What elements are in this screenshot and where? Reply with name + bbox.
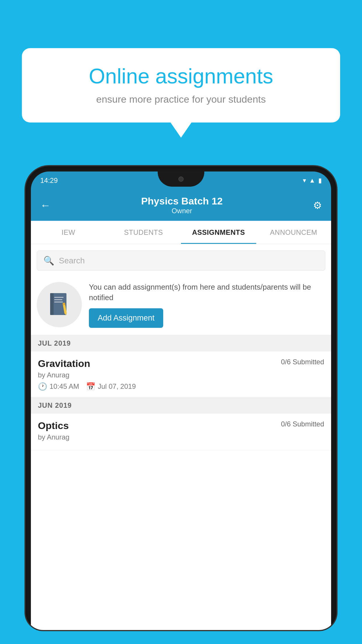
tab-students[interactable]: STUDENTS bbox=[106, 221, 181, 244]
search-icon: 🔍 bbox=[43, 256, 54, 266]
assignment-meta-gravitation: 🕐 10:45 AM 📅 Jul 07, 2019 bbox=[38, 382, 324, 391]
svg-rect-3 bbox=[54, 299, 62, 300]
settings-button[interactable]: ⚙ bbox=[313, 200, 322, 211]
add-assignment-promo: You can add assignment(s) from here and … bbox=[31, 276, 331, 335]
phone-notch bbox=[158, 172, 204, 187]
speech-bubble-card: Online assignments ensure more practice … bbox=[22, 48, 340, 123]
tab-announcements[interactable]: ANNOUNCEM bbox=[256, 221, 331, 244]
assignment-time-text: 10:45 AM bbox=[50, 382, 79, 391]
promo-text-area: You can add assignment(s) from here and … bbox=[89, 282, 325, 328]
phone-outer: 14:29 ▾ ▲ ▮ ← Physics Batch 12 Owner ⚙ I… bbox=[26, 166, 336, 630]
section-header-jul: JUL 2019 bbox=[31, 335, 331, 351]
assignment-row1: Gravitation 0/6 Submitted bbox=[38, 358, 324, 369]
assignment-by-optics: by Anurag bbox=[38, 433, 324, 441]
assignment-item-gravitation[interactable]: Gravitation 0/6 Submitted by Anurag 🕐 10… bbox=[31, 351, 331, 397]
section-header-jun: JUN 2019 bbox=[31, 397, 331, 414]
search-bar[interactable]: 🔍 Search bbox=[37, 251, 325, 271]
tab-assignments[interactable]: ASSIGNMENTS bbox=[181, 221, 256, 244]
promo-text: You can add assignment(s) from here and … bbox=[89, 282, 325, 303]
status-bar: 14:29 ▾ ▲ ▮ bbox=[31, 172, 331, 190]
assignment-by-gravitation: by Anurag bbox=[38, 371, 324, 379]
battery-icon: ▮ bbox=[318, 177, 322, 184]
notebook-svg bbox=[48, 292, 71, 318]
assignment-submitted-gravitation: 0/6 Submitted bbox=[281, 358, 324, 366]
header-center: Physics Batch 12 Owner bbox=[141, 195, 223, 215]
status-icons: ▾ ▲ ▮ bbox=[303, 177, 322, 184]
wifi-icon: ▾ bbox=[303, 177, 306, 184]
svg-rect-4 bbox=[54, 302, 63, 302]
signal-icon: ▲ bbox=[309, 177, 315, 184]
header-title: Physics Batch 12 bbox=[141, 195, 223, 207]
search-placeholder-text: Search bbox=[59, 256, 85, 265]
phone-content: 🔍 Search bbox=[31, 244, 331, 630]
tab-iew[interactable]: IEW bbox=[31, 221, 106, 244]
assignment-date-text: Jul 07, 2019 bbox=[98, 382, 136, 391]
assignment-name-optics: Optics bbox=[38, 420, 69, 431]
camera-dot bbox=[178, 176, 184, 182]
svg-rect-7 bbox=[62, 302, 65, 305]
phone-container: 14:29 ▾ ▲ ▮ ← Physics Batch 12 Owner ⚙ I… bbox=[26, 166, 336, 644]
status-time: 14:29 bbox=[40, 176, 58, 185]
back-button[interactable]: ← bbox=[40, 199, 51, 211]
assignment-submitted-optics: 0/6 Submitted bbox=[281, 420, 324, 428]
calendar-icon: 📅 bbox=[86, 382, 95, 391]
assignment-row1-optics: Optics 0/6 Submitted bbox=[38, 420, 324, 431]
svg-rect-1 bbox=[50, 293, 54, 315]
assignment-time: 🕐 10:45 AM bbox=[38, 382, 79, 391]
clock-icon: 🕐 bbox=[38, 382, 47, 391]
assignment-name-gravitation: Gravitation bbox=[38, 358, 90, 369]
tabs-bar: IEW STUDENTS ASSIGNMENTS ANNOUNCEM bbox=[31, 221, 331, 244]
notebook-icon-circle bbox=[37, 282, 82, 327]
svg-rect-2 bbox=[54, 297, 64, 298]
add-assignment-button[interactable]: Add Assignment bbox=[89, 308, 163, 328]
header-subtitle: Owner bbox=[141, 207, 223, 215]
assignment-date: 📅 Jul 07, 2019 bbox=[86, 382, 136, 391]
app-header: ← Physics Batch 12 Owner ⚙ bbox=[31, 190, 331, 221]
bubble-subtitle: ensure more practice for your students bbox=[39, 94, 323, 105]
assignment-item-optics[interactable]: Optics 0/6 Submitted by Anurag bbox=[31, 414, 331, 450]
bubble-title: Online assignments bbox=[39, 64, 323, 88]
